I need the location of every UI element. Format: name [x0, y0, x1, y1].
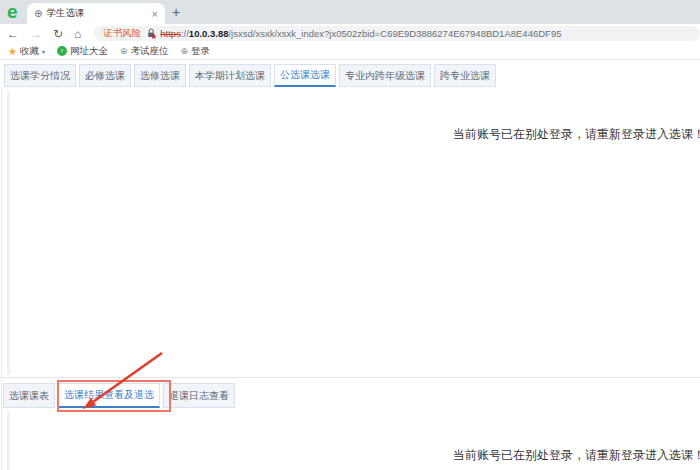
browser-tab[interactable]: ⊕ 学生选课 ×: [27, 3, 165, 24]
tab-semester-plan[interactable]: 本学期计划选课: [189, 64, 271, 87]
section-divider: [0, 377, 700, 378]
panel-inner-strip-top: [7, 91, 10, 375]
panel-inner-strip-bottom: [7, 411, 10, 470]
browser-tab-title: 学生选课: [46, 7, 147, 20]
login-elsewhere-message-bottom: 当前账号已在别处登录，请重新登录进入选课！: [453, 447, 700, 464]
close-tab-icon[interactable]: ×: [152, 8, 158, 20]
globe-favicon-icon: ⊕: [34, 8, 42, 19]
url-scheme: https: [160, 28, 181, 39]
panel-left-border: [1, 87, 2, 470]
chevron-down-icon[interactable]: ▾: [42, 48, 45, 55]
tab-required-courses[interactable]: 必修选课: [79, 64, 131, 87]
favorites-label: 收藏: [20, 45, 39, 58]
forward-icon[interactable]: →: [30, 28, 42, 40]
sites-label: 网址大全: [70, 45, 108, 58]
certificate-risk-badge[interactable]: 证书风险: [103, 27, 141, 40]
tab-credit-status[interactable]: 选课学分情况: [4, 64, 76, 87]
url-scheme-separator: ://: [181, 28, 189, 39]
home-icon[interactable]: ⌂: [74, 28, 81, 40]
tab-elective-courses[interactable]: 选修选课: [134, 64, 186, 87]
sites-icon: ›: [57, 46, 67, 56]
bookmark-favorites[interactable]: ★ 收藏 ▾: [8, 45, 45, 58]
bookmark-login[interactable]: ⊕ 登录: [181, 45, 211, 58]
tab-course-timetable[interactable]: 选课课表: [3, 383, 55, 408]
login-elsewhere-message-top: 当前账号已在别处登录，请重新登录进入选课！: [453, 126, 700, 143]
bookmark-exam-seat[interactable]: ⊕ 考试座位: [120, 45, 169, 58]
url-path: /jsxsd/xsxk/xsxk_index?jx0502zbid=C69E9D…: [228, 28, 561, 39]
globe-icon: ⊕: [181, 46, 189, 56]
browser-tabstrip: e ⊕ 学生选课 × +: [0, 0, 700, 24]
tab-cross-grade[interactable]: 专业内跨年级选课: [339, 64, 431, 87]
course-selection-tabbar: 选课学分情况 必修选课 选修选课 本学期计划选课 公选课选课 专业内跨年级选课 …: [4, 64, 496, 87]
browser-toolbar: ← → ↻ ⌂ 证书风险 https://10.0.3.88/jsxsd/xsx…: [0, 24, 700, 43]
address-bar[interactable]: 证书风险 https://10.0.3.88/jsxsd/xsxk/xsxk_i…: [94, 26, 700, 41]
browser-logo-icon: e: [7, 1, 18, 23]
page-content: 选课学分情况 必修选课 选修选课 本学期计划选课 公选课选课 专业内跨年级选课 …: [0, 60, 700, 470]
tab-cross-major[interactable]: 跨专业选课: [434, 64, 496, 87]
back-icon[interactable]: ←: [7, 28, 19, 40]
bookmark-sites[interactable]: › 网址大全: [57, 45, 108, 58]
tab-selection-results-withdraw[interactable]: 选课结果查看及退选: [58, 383, 160, 408]
browser-window: e ⊕ 学生选课 × + ← → ↻ ⌂ 证书风险 https://10.0.3…: [0, 0, 700, 470]
results-tabbar: 选课课表 选课结果查看及退选 退课日志查看: [3, 383, 235, 408]
bookmarks-bar: ★ 收藏 ▾ › 网址大全 ⊕ 考试座位 ⊕ 登录: [0, 43, 700, 60]
reload-icon[interactable]: ↻: [53, 28, 63, 40]
new-tab-button[interactable]: +: [172, 4, 180, 20]
globe-icon: ⊕: [120, 46, 128, 56]
exam-seat-label: 考试座位: [131, 45, 169, 58]
tab-public-electives[interactable]: 公选课选课: [274, 64, 336, 87]
tab-withdraw-log[interactable]: 退课日志查看: [163, 383, 235, 408]
url-host: 10.0.3.88: [189, 28, 229, 39]
star-icon: ★: [8, 46, 17, 57]
insecure-lock-icon: [147, 28, 156, 39]
annotation-overlay: [0, 60, 700, 470]
login-label: 登录: [191, 45, 210, 58]
